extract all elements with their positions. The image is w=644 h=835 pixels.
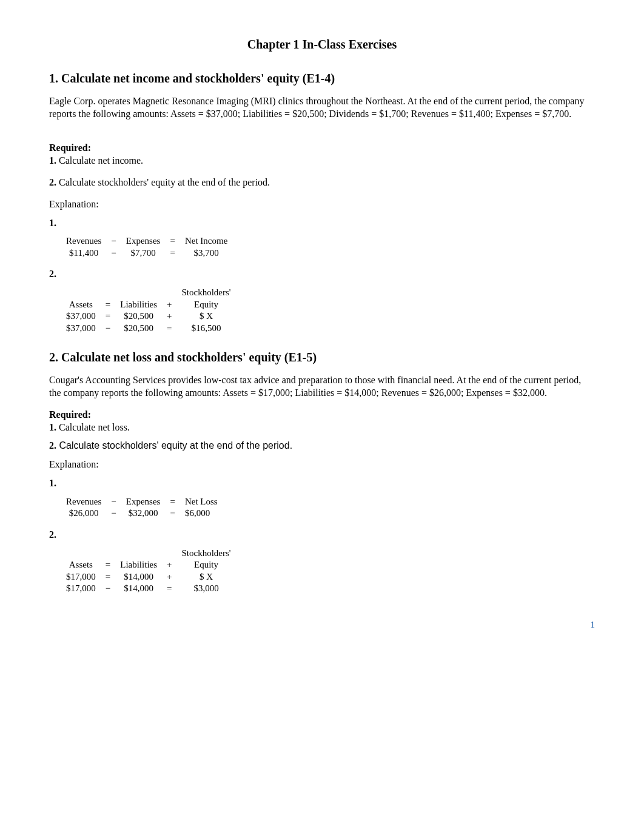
eq-cell: $20,500 xyxy=(115,310,162,323)
explanation-label-2: Explanation: xyxy=(49,458,595,471)
eq-cell: $14,000 xyxy=(115,571,162,583)
section1-part2-num: 2. xyxy=(49,268,595,281)
eq-cell: Liabilities xyxy=(115,299,162,311)
req1-1: 1. Calculate net income. xyxy=(49,155,595,167)
section2-equation1: Revenues − Expenses = Net Loss $26,000 −… xyxy=(61,496,223,520)
eq-cell: = xyxy=(101,310,115,323)
eq-cell: = xyxy=(162,583,176,595)
eq-cell: $17,000 xyxy=(61,571,101,583)
req2-1-num: 1. xyxy=(49,422,56,432)
req1-1-num: 1. xyxy=(49,155,56,166)
req2-1: 1. Calculate net loss. xyxy=(49,421,595,434)
eq-cell: Expenses xyxy=(121,496,166,508)
eq-cell: Assets xyxy=(61,559,101,571)
eq-cell: $ X xyxy=(177,310,236,323)
eq-cell: = xyxy=(162,323,176,335)
section2-title: 2. Calculate net loss and stockholders' … xyxy=(49,349,595,365)
req2-2-text: Calculate stockholders' equity at the en… xyxy=(56,440,292,451)
eq-cell: $ X xyxy=(177,571,236,583)
req1-2: 2. Calculate stockholders' equity at the… xyxy=(49,176,595,189)
eq-cell: = xyxy=(165,496,179,508)
section2-body: Cougar's Accounting Services provides lo… xyxy=(49,374,595,400)
eq-cell: = xyxy=(101,559,115,571)
eq-cell: Equity xyxy=(177,299,236,311)
eq-cell: − xyxy=(106,508,121,520)
eq-cell: Stockholders' xyxy=(177,287,236,299)
section2-part1-num: 1. xyxy=(49,477,595,490)
eq-cell: = xyxy=(165,235,179,247)
eq-cell: − xyxy=(106,496,121,508)
req2-1-text: Calculate net loss. xyxy=(56,422,130,432)
eq-cell: − xyxy=(106,235,121,247)
req1-2-num: 2. xyxy=(49,177,56,187)
eq-cell: + xyxy=(162,310,176,323)
eq-cell: + xyxy=(162,559,176,571)
eq-cell: Liabilities xyxy=(115,559,162,571)
required-label-2: Required: xyxy=(49,409,595,421)
section1-equation1: Revenues − Expenses = Net Income $11,400… xyxy=(61,235,232,259)
eq-cell: $17,000 xyxy=(61,583,101,595)
eq-cell: Equity xyxy=(177,559,236,571)
eq-cell: $32,000 xyxy=(121,508,166,520)
req2-2: 2. Calculate stockholders' equity at the… xyxy=(49,440,595,452)
eq-cell: Expenses xyxy=(121,235,166,247)
req2-2-num: 2. xyxy=(49,440,56,451)
eq-cell: $6,000 xyxy=(180,508,223,520)
eq-cell: $3,000 xyxy=(177,583,236,595)
eq-cell: = xyxy=(101,571,115,583)
section1-equation2: Stockholders' Assets = Liabilities + Equ… xyxy=(61,287,236,334)
eq-cell: + xyxy=(162,299,176,311)
eq-cell: Revenues xyxy=(61,235,106,247)
eq-cell: = xyxy=(165,247,179,260)
req1-1-text: Calculate net income. xyxy=(56,155,143,166)
eq-cell: $20,500 xyxy=(115,323,162,335)
eq-cell: $16,500 xyxy=(177,323,236,335)
eq-cell: − xyxy=(101,583,115,595)
section1-part1-num: 1. xyxy=(49,217,595,230)
section2-part2-num: 2. xyxy=(49,529,595,542)
required-block-2: Required: 1. Calculate net loss. 2. Calc… xyxy=(49,409,595,452)
eq-cell: + xyxy=(162,571,176,583)
section1-title: 1. Calculate net income and stockholders… xyxy=(49,70,595,86)
eq-cell: $7,700 xyxy=(121,247,166,260)
eq-cell: Net Income xyxy=(180,235,232,247)
eq-cell: Assets xyxy=(61,299,101,311)
eq-cell: − xyxy=(106,247,121,260)
eq-cell: $3,700 xyxy=(180,247,232,260)
section2-equation2: Stockholders' Assets = Liabilities + Equ… xyxy=(61,548,236,595)
eq-cell: $37,000 xyxy=(61,323,101,335)
chapter-title: Chapter 1 In-Class Exercises xyxy=(49,36,595,52)
required-label-1: Required: xyxy=(49,142,595,155)
eq-cell: Revenues xyxy=(61,496,106,508)
section1-body: Eagle Corp. operates Magnetic Resonance … xyxy=(49,95,595,121)
eq-cell: − xyxy=(101,323,115,335)
explanation-label-1: Explanation: xyxy=(49,198,595,211)
eq-cell: $14,000 xyxy=(115,583,162,595)
page-number: 1 xyxy=(49,619,595,631)
eq-cell: $11,400 xyxy=(61,247,106,260)
eq-cell: = xyxy=(165,508,179,520)
eq-cell: Stockholders' xyxy=(177,548,236,560)
eq-cell: $37,000 xyxy=(61,310,101,323)
eq-cell: = xyxy=(101,299,115,311)
required-block-1: Required: 1. Calculate net income. 2. Ca… xyxy=(49,142,595,189)
eq-cell: $26,000 xyxy=(61,508,106,520)
req1-2-text: Calculate stockholders' equity at the en… xyxy=(56,177,270,187)
eq-cell: Net Loss xyxy=(180,496,223,508)
